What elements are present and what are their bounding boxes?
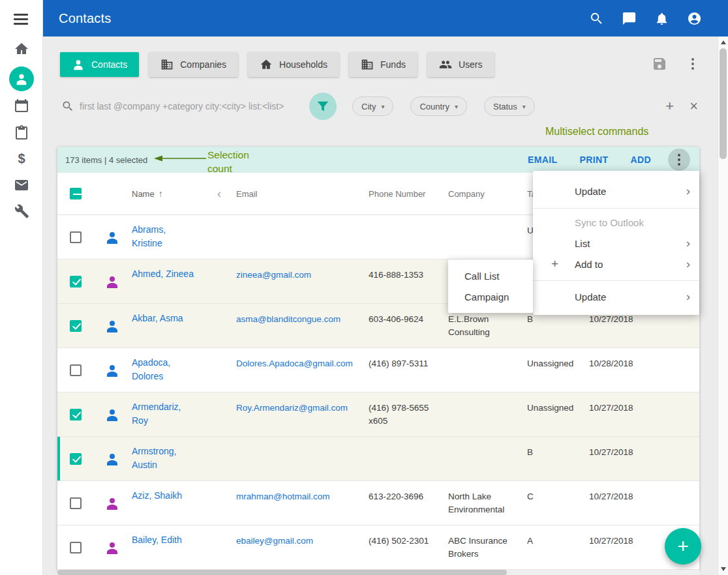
horizontal-scrollbar-thumb[interactable] <box>57 570 507 575</box>
tab-companies[interactable]: Companies <box>149 52 238 77</box>
filter-chip-city[interactable]: City ▾ <box>352 96 393 116</box>
clear-search-close-icon[interactable]: × <box>690 99 698 113</box>
topbar: Contacts <box>43 0 728 37</box>
sidebar-item-contacts-active[interactable] <box>9 66 34 91</box>
email-button[interactable]: EMAIL <box>528 155 558 165</box>
view-more-dots-icon[interactable] <box>685 56 701 72</box>
contact-phone: 416-888-1353 <box>362 259 440 303</box>
contact-name-link[interactable]: Ahmed, Zineea <box>132 269 194 279</box>
tab-label: Companies <box>180 59 226 70</box>
contact-name-link[interactable]: Bailey, Edith <box>132 535 182 545</box>
contact-name-link[interactable]: Aziz, Shaikh <box>132 490 182 501</box>
row-checkbox[interactable] <box>70 497 82 509</box>
row-checkbox[interactable] <box>70 453 82 465</box>
contact-name-link[interactable]: Akbar, Asma <box>132 313 183 323</box>
contact-tags: B <box>522 437 584 480</box>
contact-modified-date: 10/28/2018 <box>584 348 699 392</box>
notifications-bell-icon[interactable] <box>654 11 669 26</box>
building-icon <box>361 58 374 71</box>
submenu-item-call-list[interactable]: Call List <box>448 265 533 286</box>
contact-company: North Lake Environmental <box>440 481 522 525</box>
row-checkbox[interactable] <box>70 231 82 243</box>
table-row[interactable]: Armendariz, Roy Roy.Armendariz@gmail.com… <box>57 392 699 437</box>
table-row[interactable]: Apadoca, Dolores Dolores.Apadoca@gmail.c… <box>57 348 699 392</box>
multiselect-more-dots-button[interactable] <box>668 149 690 171</box>
vertical-scrollbar-thumb[interactable] <box>720 48 727 159</box>
sidebar-item-tools-wrench-icon[interactable] <box>14 203 29 219</box>
table-row[interactable]: Armstrong, Austin B 10/27/2018 <box>57 437 699 481</box>
page-title: Contacts <box>59 11 112 26</box>
tab-label: Users <box>459 59 483 70</box>
contact-company <box>440 348 522 392</box>
filter-chip-country[interactable]: Country ▾ <box>410 96 467 116</box>
menu-item-update-top[interactable]: Update › <box>533 177 699 205</box>
search-icon[interactable] <box>589 11 604 26</box>
tab-label: Households <box>279 59 327 70</box>
chip-label: Country <box>419 102 449 111</box>
contact-name-link[interactable]: Armstrong, Austin <box>132 446 176 470</box>
chevron-down-icon: ▾ <box>523 103 526 110</box>
contact-email-link[interactable]: mrahman@hotmail.com <box>236 492 330 501</box>
tab-users[interactable]: Users <box>427 52 494 77</box>
select-all-checkbox[interactable] <box>70 188 82 199</box>
sidebar-item-mail-icon[interactable] <box>14 177 29 193</box>
menu-item-label: Add to <box>575 259 603 270</box>
sidebar-item-money-dollar-icon[interactable]: $ <box>0 151 43 166</box>
row-checkbox[interactable] <box>70 364 82 376</box>
submenu-item-campaign[interactable]: Campaign <box>448 286 533 307</box>
contact-avatar-icon <box>104 407 120 422</box>
contact-email-link[interactable]: zineea@gmail.com <box>236 270 311 280</box>
hamburger-menu-icon[interactable] <box>14 14 28 27</box>
row-checkbox[interactable] <box>70 409 82 420</box>
contact-name-link[interactable]: Abrams, Kristine <box>132 224 166 248</box>
menu-item-list[interactable]: List › <box>533 233 699 254</box>
search-input[interactable] <box>80 101 309 111</box>
sidebar-item-home-icon[interactable] <box>14 41 29 57</box>
vertical-dots-icon <box>671 152 687 168</box>
contact-name-link[interactable]: Apadoca, Dolores <box>132 357 170 381</box>
row-checkbox[interactable] <box>70 276 82 288</box>
filter-funnel-button[interactable] <box>309 93 337 120</box>
save-view-icon[interactable] <box>652 56 667 72</box>
menu-item-sync-outlook[interactable]: Sync to Outlook <box>533 212 699 233</box>
column-header-phone[interactable]: Phone Number <box>362 173 440 214</box>
avatar-column-header <box>94 173 130 214</box>
scroll-up-arrow-icon[interactable] <box>721 40 726 44</box>
tab-label: Contacts <box>91 59 127 70</box>
search-actions: + × <box>665 99 698 113</box>
add-contact-fab-button[interactable]: + <box>665 528 701 565</box>
menu-item-add-to[interactable]: + Add to › <box>533 254 699 274</box>
sidebar-item-calendar-icon[interactable] <box>14 98 29 113</box>
print-button[interactable]: PRINT <box>579 155 608 165</box>
column-header-company[interactable]: Company <box>440 173 522 214</box>
contact-email-link[interactable]: ebailey@gmail.com <box>236 536 313 546</box>
add-filter-plus-icon[interactable]: + <box>665 99 674 113</box>
table-row[interactable]: Aziz, Shaikh mrahman@hotmail.com 613-220… <box>57 481 699 525</box>
contact-email-link[interactable]: Roy.Armendariz@gmail.com <box>236 403 348 413</box>
vertical-scrollbar[interactable] <box>718 37 728 575</box>
contact-email-link[interactable]: asma@blanditcongue.com <box>236 314 341 324</box>
column-header-name[interactable]: Name ↑ <box>130 173 210 214</box>
chat-icon[interactable] <box>622 11 637 26</box>
row-checkbox[interactable] <box>70 320 82 332</box>
tab-contacts[interactable]: Contacts <box>60 52 139 77</box>
menu-item-label: List <box>575 238 590 249</box>
tab-funds[interactable]: Funds <box>349 52 417 77</box>
column-header-email[interactable]: Email <box>228 173 362 214</box>
account-circle-icon[interactable] <box>687 11 702 26</box>
table-row[interactable]: Bailey, Edith ebailey@gmail.com (416) 50… <box>57 525 699 570</box>
add-button[interactable]: ADD <box>630 155 651 165</box>
sidebar-item-tasks-clipboard-icon[interactable] <box>14 125 29 140</box>
contact-phone: 603-406-9624 <box>362 304 440 347</box>
contact-email-link[interactable]: Dolores.Apadoca@gmail.com <box>236 359 353 368</box>
scroll-down-arrow-icon[interactable] <box>721 567 726 571</box>
chevron-down-icon: ▾ <box>455 103 458 110</box>
row-checkbox[interactable] <box>70 542 82 553</box>
collapse-column-icon[interactable]: ‹ <box>210 173 228 214</box>
menu-item-update-bottom[interactable]: Update › <box>533 284 699 310</box>
home-icon <box>260 58 273 71</box>
contact-name-link[interactable]: Armendariz, Roy <box>132 402 181 426</box>
tab-households[interactable]: Households <box>248 52 339 77</box>
filter-chip-status[interactable]: Status ▾ <box>484 96 535 116</box>
horizontal-scrollbar[interactable] <box>57 570 699 575</box>
